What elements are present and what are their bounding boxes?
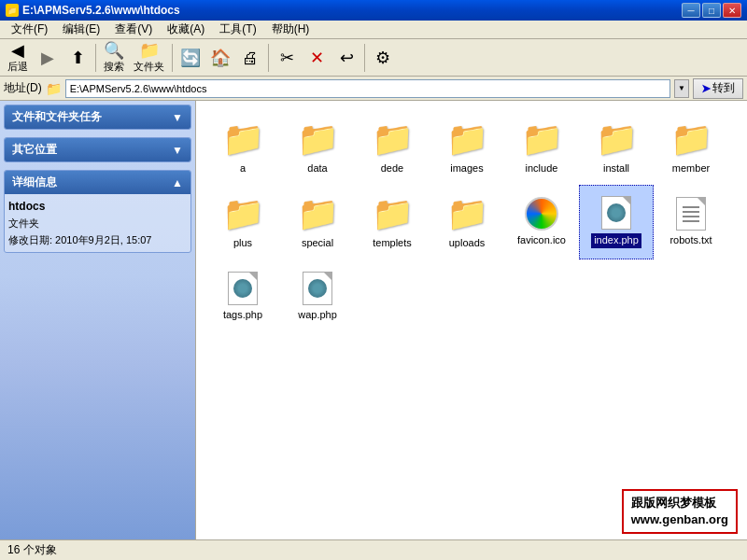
go-label: 转到 [712, 80, 735, 96]
file-item[interactable]: 📁images [430, 110, 504, 185]
home-button[interactable]: 🏠 [206, 42, 234, 74]
search-box: 🔍 搜索 [100, 42, 128, 74]
address-input[interactable] [65, 79, 670, 98]
cut-button[interactable]: ✂ [273, 42, 301, 74]
address-bar: 地址(D) 📁 ▼ ➤ 转到 [0, 77, 747, 101]
folder-icon: 📁 [297, 194, 339, 233]
menu-help[interactable]: 帮助(H) [264, 20, 317, 39]
file-name: include [526, 162, 558, 175]
watermark-line1: 跟版网织梦模板 [631, 495, 728, 511]
undo-icon: ↩ [340, 49, 354, 66]
back-icon: ◀ [11, 42, 24, 59]
file-name: uploads [449, 237, 486, 249]
details-header[interactable]: 详细信息 ▲ [5, 171, 190, 194]
status-bar: 16 个对象 [0, 539, 747, 560]
left-panel: 文件和文件夹任务 ▼ 其它位置 ▼ 详细信息 ▲ htdocs 文件夹 修改日期… [0, 101, 196, 539]
file-name: templets [373, 237, 412, 249]
view-refresh[interactable]: 🔄 [176, 42, 204, 74]
toolbar: ◀ 后退 ▶ ⬆ 🔍 搜索 📁 文件夹 🔄 🏠 🖨 ✂ ✕ ↩ ⚙ [0, 39, 747, 77]
file-name: a [240, 162, 246, 175]
menu-bar: 文件(F) 编辑(E) 查看(V) 收藏(A) 工具(T) 帮助(H) [0, 21, 747, 39]
tasks-section: 文件和文件夹任务 ▼ [4, 105, 191, 130]
folders-button[interactable]: 📁 文件夹 [130, 42, 168, 74]
php-icon [301, 272, 334, 305]
close-button[interactable]: ✕ [723, 3, 741, 18]
folders-label: 文件夹 [134, 60, 164, 74]
separator-3 [268, 44, 269, 72]
file-item[interactable]: wap.php [280, 259, 355, 334]
folder-icon: 📁 [222, 119, 264, 159]
undo-button[interactable]: ↩ [332, 42, 360, 74]
delete-button[interactable]: ✕ [303, 42, 331, 74]
folder-icon: 📁 [372, 119, 414, 159]
menu-edit[interactable]: 编辑(E) [55, 20, 107, 39]
folder-icon: 📁 [670, 119, 712, 159]
back-label: 后退 [7, 60, 28, 74]
file-item[interactable]: 📁plus [205, 185, 280, 259]
search-button[interactable]: 🔍 搜索 [100, 42, 128, 74]
file-name: wap.php [298, 309, 337, 321]
file-item[interactable]: 📁member [654, 110, 728, 185]
folder-icon-small: 📁 [46, 81, 62, 96]
other-section: 其它位置 ▼ [4, 137, 191, 162]
file-item[interactable]: robots.txt [654, 185, 728, 259]
file-item[interactable]: 📁special [280, 185, 355, 259]
file-name: data [307, 162, 327, 175]
main-area: 文件和文件夹任务 ▼ 其它位置 ▼ 详细信息 ▲ htdocs 文件夹 修改日期… [0, 101, 747, 539]
tasks-collapse-icon: ▼ [172, 111, 183, 124]
menu-tools[interactable]: 工具(T) [212, 20, 263, 39]
menu-favorites[interactable]: 收藏(A) [160, 20, 212, 39]
title-bar: 📁 E:\APMServ5.2.6\www\htdocs ─ □ ✕ [0, 0, 747, 21]
views-button[interactable]: ⚙ [369, 42, 397, 74]
file-item[interactable]: favicon.ico [504, 185, 579, 259]
file-item[interactable]: 📁data [280, 110, 355, 185]
watermark: 跟版网织梦模板 www.genban.org [622, 489, 738, 534]
separator-4 [364, 44, 365, 72]
file-item[interactable]: index.php [579, 185, 654, 259]
tasks-header[interactable]: 文件和文件夹任务 ▼ [5, 105, 190, 129]
file-item[interactable]: 📁dede [355, 110, 430, 185]
file-item[interactable]: 📁include [504, 110, 579, 185]
search-icon: 🔍 [104, 42, 124, 59]
file-item[interactable]: 📁install [579, 110, 654, 185]
go-button[interactable]: ➤ 转到 [693, 78, 743, 99]
other-label: 其它位置 [12, 142, 57, 158]
search-label: 搜索 [104, 60, 124, 74]
menu-file[interactable]: 文件(F) [4, 20, 55, 39]
folder-icon: 📁 [596, 119, 638, 159]
folder-icon: 📁 [297, 119, 339, 159]
file-item[interactable]: tags.php [205, 259, 280, 334]
file-name: robots.txt [669, 234, 712, 246]
file-name: member [672, 162, 710, 175]
file-name: images [450, 162, 483, 175]
print-button[interactable]: 🖨 [236, 42, 264, 74]
maximize-button[interactable]: □ [702, 3, 721, 18]
cut-icon: ✂ [280, 49, 294, 66]
file-area: 📁a📁data📁dede📁images📁include📁install📁memb… [196, 101, 747, 539]
forward-icon: ▶ [41, 49, 54, 66]
file-name: favicon.ico [517, 234, 566, 246]
file-item[interactable]: 📁uploads [430, 185, 504, 259]
go-arrow-icon: ➤ [701, 82, 711, 95]
back-button[interactable]: ◀ 后退 [4, 42, 32, 74]
menu-view[interactable]: 查看(V) [107, 20, 160, 39]
file-item[interactable]: 📁templets [355, 185, 430, 259]
up-button[interactable]: ⬆ [63, 42, 92, 74]
address-dropdown[interactable]: ▼ [674, 79, 689, 98]
details-label: 详细信息 [12, 175, 57, 190]
delete-icon: ✕ [310, 49, 324, 66]
views-icon: ⚙ [375, 49, 390, 66]
detail-name: htdocs [8, 198, 187, 216]
file-item[interactable]: 📁a [205, 110, 280, 185]
file-name: index.php [591, 233, 641, 247]
detail-body: htdocs 文件夹 修改日期: 2010年9月2日, 15:07 [5, 194, 190, 252]
details-collapse-icon: ▲ [172, 176, 183, 189]
other-header[interactable]: 其它位置 ▼ [5, 138, 190, 161]
detail-type: 文件夹 [8, 216, 187, 232]
status-text: 16 个对象 [7, 542, 57, 558]
forward-button[interactable]: ▶ [34, 42, 62, 74]
minimize-button[interactable]: ─ [682, 3, 700, 18]
folder-icon: 📁 [222, 194, 264, 233]
watermark-line2: www.genban.org [631, 511, 728, 528]
txt-icon [674, 197, 708, 231]
